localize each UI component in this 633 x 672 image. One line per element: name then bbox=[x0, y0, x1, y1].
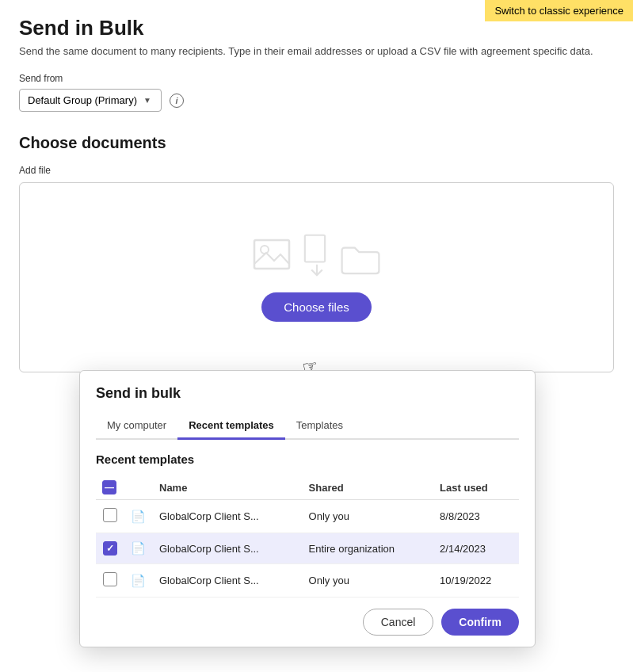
image-icon bbox=[252, 234, 295, 277]
upload-area: Choose files bbox=[19, 182, 614, 372]
table-header-row: — Name Shared Last used bbox=[96, 475, 519, 500]
main-page: Switch to classic experience Send in Bul… bbox=[0, 0, 633, 672]
indeterminate-icon: — bbox=[105, 482, 114, 493]
row2-name: GlobalCorp Client S... bbox=[153, 533, 303, 564]
row1-last-used: 8/8/2023 bbox=[433, 500, 519, 533]
table-row[interactable]: ✓ 📄 GlobalCorp Client S... Entire organi… bbox=[96, 533, 519, 564]
table-scroll-area[interactable]: — Name Shared Last used bbox=[96, 475, 519, 598]
table-row[interactable]: 📄 GlobalCorp Client S... Only you 8/8/20… bbox=[96, 500, 519, 533]
send-from-value: Default Group (Primary) bbox=[28, 94, 137, 106]
file-icon: 📄 bbox=[131, 510, 146, 523]
row2-checkbox[interactable]: ✓ bbox=[103, 541, 117, 556]
switch-classic-button[interactable]: Switch to classic experience bbox=[485, 0, 633, 21]
tab-templates[interactable]: Templates bbox=[285, 413, 354, 440]
row2-shared: Entire organization bbox=[303, 533, 434, 564]
upload-icon-group bbox=[252, 234, 382, 277]
template-table: — Name Shared Last used bbox=[96, 475, 519, 598]
table-row[interactable]: 📄 GlobalCorp Client S... Only you 10/19/… bbox=[96, 564, 519, 598]
dialog-body: Recent templates — Name Shared bbox=[80, 440, 535, 598]
choose-files-button[interactable]: Choose files bbox=[261, 292, 372, 322]
dialog-tabs: My computer Recent templates Templates bbox=[96, 413, 519, 440]
chevron-down-icon: ▼ bbox=[143, 96, 151, 105]
tab-my-computer[interactable]: My computer bbox=[96, 413, 177, 440]
row3-name: GlobalCorp Client S... bbox=[153, 564, 303, 598]
row2-file-icon-cell: 📄 bbox=[124, 533, 153, 564]
send-in-bulk-dialog: Send in bulk My computer Recent template… bbox=[79, 370, 536, 647]
svg-point-1 bbox=[261, 246, 269, 254]
row3-file-icon-cell: 📄 bbox=[124, 564, 153, 598]
dialog-header: Send in bulk My computer Recent template… bbox=[80, 371, 535, 440]
row1-shared: Only you bbox=[303, 500, 434, 533]
header-name: Name bbox=[153, 475, 303, 500]
send-from-label: Send from bbox=[19, 73, 614, 84]
folder-icon bbox=[339, 242, 382, 277]
check-icon: ✓ bbox=[106, 543, 114, 554]
row1-checkbox-cell[interactable] bbox=[96, 500, 124, 533]
tab-recent-templates[interactable]: Recent templates bbox=[177, 413, 285, 440]
row3-checkbox-cell[interactable] bbox=[96, 564, 124, 598]
row3-checkbox[interactable] bbox=[103, 572, 117, 586]
header-icon-col bbox=[124, 475, 153, 500]
header-checkbox[interactable]: — bbox=[102, 480, 116, 494]
send-from-row: Default Group (Primary) ▼ i bbox=[19, 89, 614, 112]
svg-rect-2 bbox=[304, 235, 324, 262]
info-icon[interactable]: i bbox=[170, 94, 184, 108]
header-shared: Shared bbox=[303, 475, 434, 500]
row1-checkbox[interactable] bbox=[103, 508, 117, 522]
row3-last-used: 10/19/2022 bbox=[433, 564, 519, 598]
cancel-button[interactable]: Cancel bbox=[363, 609, 434, 636]
add-file-label: Add file bbox=[19, 165, 614, 176]
dialog-title: Send in bulk bbox=[96, 385, 519, 402]
svg-rect-0 bbox=[254, 240, 289, 269]
row3-shared: Only you bbox=[303, 564, 434, 598]
upload-arrow-icon bbox=[299, 234, 334, 277]
confirm-button[interactable]: Confirm bbox=[441, 609, 519, 636]
dialog-footer: Cancel Confirm bbox=[80, 598, 535, 647]
header-last-used: Last used bbox=[433, 475, 519, 500]
page-subtitle: Send the same document to many recipient… bbox=[19, 45, 614, 57]
recent-templates-heading: Recent templates bbox=[96, 452, 519, 466]
row1-name: GlobalCorp Client S... bbox=[153, 500, 303, 533]
row2-last-used: 2/14/2023 bbox=[433, 533, 519, 564]
file-icon: 📄 bbox=[131, 574, 146, 587]
send-from-select[interactable]: Default Group (Primary) ▼ bbox=[19, 89, 162, 112]
row1-file-icon-cell: 📄 bbox=[124, 500, 153, 533]
row2-checkbox-cell[interactable]: ✓ bbox=[96, 533, 124, 564]
choose-documents-title: Choose documents bbox=[19, 134, 614, 152]
header-checkbox-cell[interactable]: — bbox=[96, 475, 124, 500]
file-icon: 📄 bbox=[131, 541, 146, 555]
